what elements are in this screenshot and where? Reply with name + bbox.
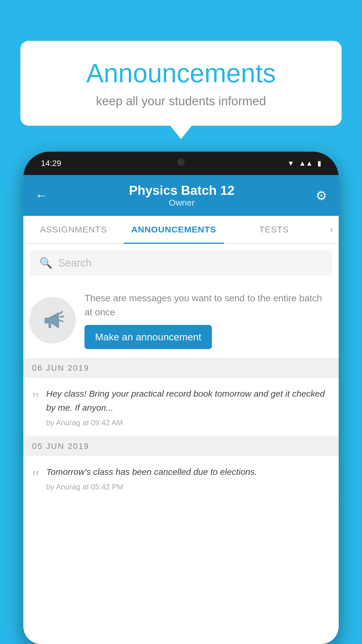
- phone-frame: 14:29 ▼ ▲▲ ▮ ← Physics Batch 12 Owner ⚙ …: [23, 152, 339, 644]
- svg-line-2: [60, 320, 63, 322]
- promo-icon-circle: [29, 297, 76, 344]
- search-bar[interactable]: 🔍 Search: [30, 251, 332, 275]
- app-header: ← Physics Batch 12 Owner ⚙: [23, 175, 339, 216]
- message-content-1: Hey class! Bring your practical record b…: [46, 387, 330, 427]
- announcement-item-2[interactable]: " Tomorrow's class has been cancelled du…: [23, 456, 339, 501]
- status-time: 14:29: [41, 159, 61, 168]
- speech-bubble-section: Announcements keep all your students inf…: [20, 41, 342, 126]
- promo-description: These are messages you want to send to t…: [85, 291, 330, 319]
- speech-bubble-card: Announcements keep all your students inf…: [20, 41, 342, 126]
- header-subtitle: Owner: [129, 198, 235, 208]
- message-meta-2: by Anurag at 05:42 PM: [46, 482, 330, 491]
- search-icon: 🔍: [39, 257, 52, 269]
- status-bar: 14:29 ▼ ▲▲ ▮: [23, 152, 339, 175]
- signal-icon: ▲▲: [299, 159, 313, 167]
- make-announcement-button[interactable]: Make an announcement: [85, 325, 212, 349]
- header-title: Physics Batch 12: [129, 183, 235, 198]
- message-content-2: Tomorrow's class has been cancelled due …: [46, 465, 330, 491]
- announcement-item-1[interactable]: " Hey class! Bring your practical record…: [23, 378, 339, 436]
- settings-icon[interactable]: ⚙: [316, 188, 327, 203]
- tab-assignments[interactable]: ASSIGNMENTS: [23, 216, 124, 243]
- search-placeholder: Search: [58, 257, 92, 269]
- promo-right: These are messages you want to send to t…: [85, 291, 330, 349]
- message-text-2: Tomorrow's class has been cancelled due …: [46, 465, 330, 479]
- back-button[interactable]: ←: [35, 188, 48, 203]
- quote-icon: ": [32, 390, 39, 407]
- camera-dot: [177, 158, 185, 166]
- battery-icon: ▮: [317, 159, 321, 167]
- screen: ← Physics Batch 12 Owner ⚙ ASSIGNMENTS A…: [23, 175, 339, 644]
- message-meta-1: by Anurag at 09:42 AM: [46, 418, 330, 427]
- svg-line-1: [60, 316, 64, 317]
- message-text-1: Hey class! Bring your practical record b…: [46, 387, 330, 415]
- announcement-promo-section: These are messages you want to send to t…: [23, 282, 339, 358]
- megaphone-icon: [39, 307, 66, 333]
- svg-line-0: [60, 312, 62, 314]
- tab-announcements[interactable]: ANNOUNCEMENTS: [124, 216, 224, 243]
- bubble-subtitle: keep all your students informed: [44, 94, 318, 108]
- quote-icon-2: ": [32, 468, 39, 485]
- bubble-title: Announcements: [44, 58, 318, 88]
- date-separator-1: 06 JUN 2019: [23, 358, 339, 378]
- status-icons: ▼ ▲▲ ▮: [287, 159, 321, 167]
- date-separator-2: 05 JUN 2019: [23, 436, 339, 456]
- tab-bar: ASSIGNMENTS ANNOUNCEMENTS TESTS ›: [23, 216, 339, 244]
- wifi-icon: ▼: [287, 159, 294, 167]
- tab-tests[interactable]: TESTS: [224, 216, 324, 243]
- header-center: Physics Batch 12 Owner: [129, 183, 235, 208]
- tab-more-icon[interactable]: ›: [324, 216, 339, 243]
